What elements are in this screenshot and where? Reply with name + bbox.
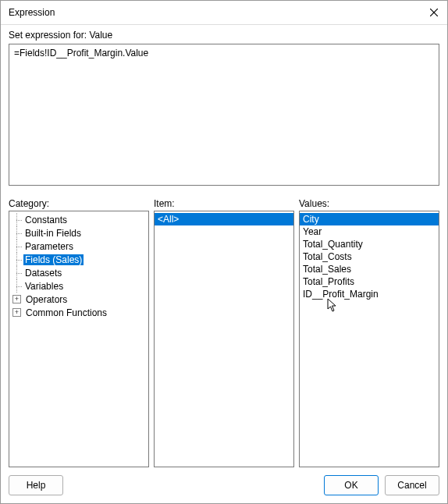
close-button[interactable] [427, 5, 441, 20]
dialog-content: Set expression for: Value Category: Cons… [1, 25, 447, 467]
category-item[interactable]: Parameters [9, 240, 148, 253]
tree-branch-icon [12, 226, 23, 240]
category-item[interactable]: Fields (Sales) [9, 253, 148, 266]
values-list-item[interactable]: Year [300, 225, 439, 238]
category-item-label: Fields (Sales) [23, 254, 84, 265]
tree-branch-icon [12, 266, 23, 279]
titlebar: Expression [1, 1, 447, 25]
expand-icon[interactable]: + [12, 308, 21, 317]
category-item-label: Common Functions [24, 307, 108, 318]
category-item[interactable]: Variables [9, 279, 148, 293]
values-list-item[interactable]: Total_Profits [300, 275, 439, 288]
category-item[interactable]: +Common Functions [9, 306, 148, 319]
category-item[interactable]: Constants [9, 213, 148, 226]
category-item-label: Variables [23, 281, 65, 292]
columns: Category: ConstantsBuilt-in FieldsParame… [9, 198, 439, 467]
values-list[interactable]: CityYearTotal_QuantityTotal_CostsTotal_S… [299, 211, 439, 467]
category-item-label: Built-in Fields [23, 228, 83, 239]
set-expression-label: Set expression for: Value [9, 30, 439, 41]
tree-branch-icon [12, 279, 23, 293]
values-list-item[interactable]: Total_Costs [300, 250, 439, 263]
expression-input[interactable] [9, 44, 439, 186]
item-list[interactable]: <All> [154, 211, 294, 467]
category-tree[interactable]: ConstantsBuilt-in FieldsParametersFields… [9, 211, 149, 467]
values-list-item[interactable]: Total_Sales [300, 263, 439, 275]
close-icon [430, 9, 438, 16]
values-list-item[interactable]: City [300, 213, 439, 225]
item-label: Item: [154, 198, 294, 209]
tree-branch-icon [12, 253, 23, 266]
help-button[interactable]: Help [9, 475, 63, 495]
item-column: Item: <All> [154, 198, 294, 467]
category-label: Category: [9, 198, 149, 209]
values-column: Values: CityYearTotal_QuantityTotal_Cost… [299, 198, 439, 467]
category-item[interactable]: Datasets [9, 266, 148, 279]
dialog-footer: Help OK Cancel [1, 467, 447, 503]
tree-branch-icon [12, 240, 23, 253]
item-list-item[interactable]: <All> [155, 213, 293, 225]
tree-branch-icon [12, 213, 23, 226]
values-label: Values: [299, 198, 439, 209]
expand-icon[interactable]: + [12, 295, 21, 303]
ok-button[interactable]: OK [324, 475, 379, 495]
category-column: Category: ConstantsBuilt-in FieldsParame… [9, 198, 149, 467]
category-item-label: Constants [23, 215, 69, 225]
category-item-label: Datasets [23, 268, 63, 279]
expression-dialog: Expression Set expression for: Value Cat… [0, 0, 448, 504]
window-title: Expression [9, 7, 55, 18]
cancel-button[interactable]: Cancel [385, 475, 439, 495]
values-list-item[interactable]: ID__Profit_Margin [300, 288, 439, 300]
category-item-label: Operators [24, 294, 69, 305]
values-list-item[interactable]: Total_Quantity [300, 238, 439, 250]
category-item[interactable]: Built-in Fields [9, 226, 148, 240]
category-item-label: Parameters [23, 241, 75, 252]
category-item[interactable]: +Operators [9, 293, 148, 306]
